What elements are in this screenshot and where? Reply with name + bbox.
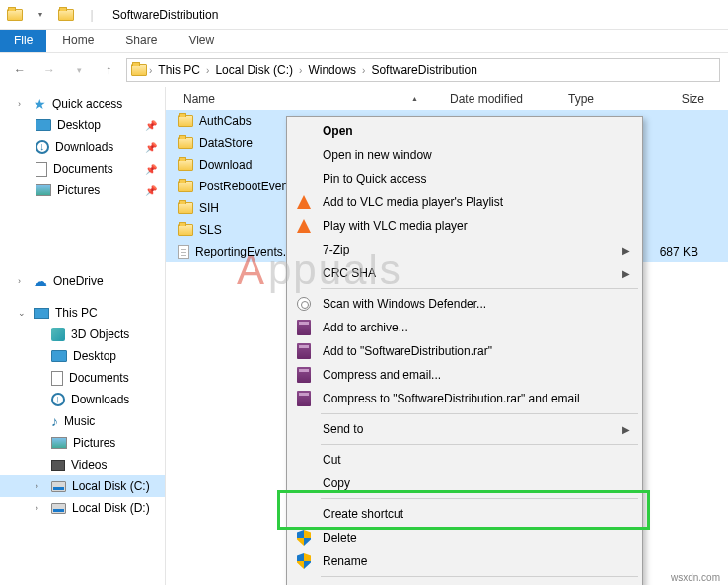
ctx-add-archive[interactable]: Add to archive... — [289, 316, 640, 339]
sidebar-label: Quick access — [52, 97, 122, 110]
defender-icon — [295, 295, 313, 313]
qat-dropdown[interactable]: ▾ — [30, 4, 51, 26]
breadcrumb[interactable]: Local Disk (C:) — [211, 63, 297, 77]
ctx-pin-quick-access[interactable]: Pin to Quick access — [289, 167, 640, 190]
ctx-vlc-add[interactable]: Add to VLC media player's Playlist — [289, 190, 640, 214]
context-menu: Open Open in new window Pin to Quick acc… — [286, 116, 643, 585]
ctx-add-rar[interactable]: Add to "SoftwareDistribution.rar" — [289, 339, 640, 363]
sidebar-item-documents[interactable]: Documents — [0, 367, 165, 389]
ctx-open[interactable]: Open — [289, 119, 640, 143]
sidebar-item-pictures[interactable]: Pictures📌 — [0, 180, 165, 201]
separator — [321, 413, 638, 414]
separator — [321, 288, 638, 289]
cloud-icon: ☁ — [34, 273, 47, 289]
sidebar-label: Pictures — [73, 436, 115, 450]
vlc-icon — [295, 217, 313, 235]
file-name: DataStore — [199, 136, 253, 150]
ctx-open-new-window[interactable]: Open in new window — [289, 143, 640, 167]
sidebar-label: Documents — [69, 371, 129, 385]
sidebar-label: Local Disk (C:) — [72, 479, 150, 493]
nav-row: ← → ▾ ↑ › This PC › Local Disk (C:) › Wi… — [0, 53, 728, 87]
sidebar-item-disk-d[interactable]: ›Local Disk (D:) — [0, 497, 165, 519]
tab-home[interactable]: Home — [46, 30, 109, 52]
archive-icon — [295, 319, 313, 336]
sort-indicator-icon: ▲ — [411, 95, 418, 102]
disk-icon — [51, 481, 66, 492]
sidebar-item-documents[interactable]: Documents📌 — [0, 158, 165, 180]
chevron-icon[interactable]: › — [362, 65, 365, 76]
sidebar-item-downloads[interactable]: Downloads — [0, 389, 165, 410]
downloads-icon — [51, 393, 65, 406]
objects-icon — [51, 328, 65, 341]
desktop-icon — [51, 350, 67, 362]
breadcrumb[interactable]: This PC — [154, 63, 204, 77]
sidebar-item-desktop[interactable]: Desktop — [0, 345, 165, 367]
sidebar-item-desktop[interactable]: Desktop📌 — [0, 114, 165, 136]
footer-text: wsxdn.com — [671, 572, 720, 583]
sidebar-label: Downloads — [71, 393, 129, 406]
chevron-icon[interactable]: › — [299, 65, 302, 76]
file-tab[interactable]: File — [0, 30, 46, 52]
ctx-compress-rar-email[interactable]: Compress to "SoftwareDistribution.rar" a… — [289, 387, 640, 410]
breadcrumb[interactable]: Windows — [304, 63, 360, 77]
pc-icon — [34, 308, 49, 319]
chevron-icon[interactable]: › — [149, 65, 152, 76]
column-size[interactable]: Size — [651, 92, 710, 106]
column-name[interactable]: Name▲ — [178, 92, 444, 106]
tab-view[interactable]: View — [173, 30, 230, 52]
separator — [321, 576, 638, 577]
ctx-delete[interactable]: Delete — [289, 526, 640, 549]
sidebar-item-downloads[interactable]: Downloads📌 — [0, 136, 165, 158]
folder-icon — [178, 137, 193, 149]
quick-access-toolbar: ▾ | — [4, 4, 103, 26]
pin-icon: 📌 — [145, 142, 157, 153]
sidebar-item-3d[interactable]: 3D Objects — [0, 324, 165, 345]
sidebar-onedrive[interactable]: ›☁OneDrive — [0, 270, 165, 292]
sidebar-item-pictures[interactable]: Pictures — [0, 432, 165, 454]
up-button[interactable]: ↑ — [97, 58, 120, 82]
shield-icon — [295, 552, 313, 570]
navigation-pane: ›★Quick access Desktop📌 Downloads📌 Docum… — [0, 87, 166, 585]
sidebar-item-disk-c[interactable]: ›Local Disk (C:) — [0, 475, 165, 497]
archive-icon — [295, 390, 313, 407]
tab-share[interactable]: Share — [109, 30, 173, 52]
submenu-arrow-icon: ▶ — [622, 245, 630, 256]
vlc-icon — [295, 193, 313, 211]
column-headers: Name▲ Date modified Type Size — [166, 87, 728, 110]
disk-icon — [51, 503, 66, 514]
ctx-vlc-play[interactable]: Play with VLC media player — [289, 214, 640, 238]
column-date[interactable]: Date modified — [444, 92, 562, 106]
address-bar[interactable]: › This PC › Local Disk (C:) › Windows › … — [126, 58, 720, 82]
sidebar-quick-access[interactable]: ›★Quick access — [0, 93, 165, 114]
forward-button[interactable]: → — [37, 58, 61, 82]
ctx-crc[interactable]: CRC SHA▶ — [289, 261, 640, 285]
ctx-properties[interactable]: Properties — [289, 580, 640, 585]
sidebar-label: OneDrive — [53, 274, 104, 288]
back-button[interactable]: ← — [8, 58, 32, 82]
file-size: 687 KB — [660, 245, 698, 258]
ctx-7zip[interactable]: 7-Zip▶ — [289, 238, 640, 261]
ctx-rename[interactable]: Rename — [289, 549, 640, 573]
sidebar-this-pc[interactable]: ⌄This PC — [0, 302, 165, 324]
separator — [321, 498, 638, 499]
sidebar-label: Documents — [53, 162, 113, 176]
ctx-defender[interactable]: Scan with Windows Defender... — [289, 292, 640, 316]
ctx-cut[interactable]: Cut — [289, 448, 640, 472]
sidebar-item-music[interactable]: ♪Music — [0, 410, 165, 432]
ctx-create-shortcut[interactable]: Create shortcut — [289, 502, 640, 526]
ctx-send-to[interactable]: Send to▶ — [289, 417, 640, 441]
file-icon — [178, 245, 189, 259]
sidebar-item-videos[interactable]: Videos — [0, 454, 165, 475]
sidebar-label: Desktop — [57, 118, 101, 132]
ctx-compress-email[interactable]: Compress and email... — [289, 363, 640, 387]
submenu-arrow-icon: ▶ — [622, 424, 630, 435]
ctx-copy[interactable]: Copy — [289, 472, 640, 495]
folder-icon — [131, 64, 147, 76]
chevron-icon[interactable]: › — [206, 65, 209, 76]
history-dropdown[interactable]: ▾ — [67, 58, 91, 82]
breadcrumb[interactable]: SoftwareDistribution — [367, 63, 480, 77]
folder-icon — [178, 159, 193, 171]
column-type[interactable]: Type — [562, 92, 651, 106]
folder-icon — [178, 181, 193, 192]
sidebar-label: Videos — [71, 458, 107, 472]
